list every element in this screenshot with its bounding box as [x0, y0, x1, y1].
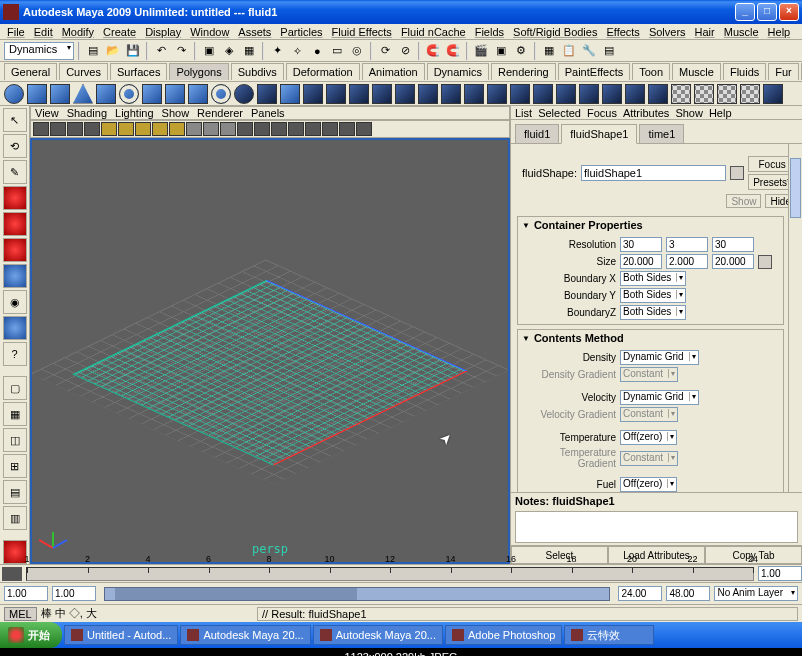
mirror-icon[interactable] — [533, 84, 553, 104]
rotate-tool[interactable] — [3, 212, 27, 236]
poly-soccer-icon[interactable] — [234, 84, 254, 104]
taskbar-item[interactable]: Untitled - Autod... — [64, 625, 178, 645]
new-scene-icon[interactable]: ▤ — [84, 42, 102, 60]
taskbar-item[interactable]: 云特效 — [564, 625, 654, 645]
undo-icon[interactable]: ↶ — [152, 42, 170, 60]
show-button[interactable]: Show — [726, 194, 761, 208]
shelf-tab-general[interactable]: General — [4, 63, 57, 80]
poly-cube-icon[interactable] — [27, 84, 47, 104]
uv-auto-icon[interactable] — [740, 84, 760, 104]
attr-menu-show[interactable]: Show — [675, 107, 703, 119]
extract-icon[interactable] — [349, 84, 369, 104]
shelf-tab-subdivs[interactable]: Subdivs — [231, 63, 284, 80]
time-track[interactable]: 124681012141618202224 — [26, 567, 754, 581]
snap-grid-icon[interactable]: ✦ — [268, 42, 286, 60]
select-node-button[interactable]: Select — [511, 546, 608, 564]
poly-plane-icon[interactable] — [96, 84, 116, 104]
size-y-field[interactable] — [666, 254, 708, 269]
save-scene-icon[interactable]: 💾 — [124, 42, 142, 60]
attr-menu-help[interactable]: Help — [709, 107, 732, 119]
vp-select-camera-icon[interactable] — [33, 122, 49, 136]
menu-hair[interactable]: Hair — [692, 26, 718, 38]
attr-scrollbar[interactable] — [788, 144, 802, 492]
density-select[interactable]: Dynamic Grid — [620, 350, 699, 365]
maximize-button[interactable]: □ — [757, 3, 777, 21]
notes-textarea[interactable] — [515, 511, 798, 543]
vp-grid-icon[interactable] — [322, 122, 338, 136]
avg-vertex-icon[interactable] — [418, 84, 438, 104]
resolution-y-field[interactable] — [666, 237, 708, 252]
channel-box-icon[interactable]: ▤ — [600, 42, 618, 60]
shelf-tab-fur[interactable]: Fur — [768, 63, 799, 80]
scale-tool[interactable] — [3, 238, 27, 262]
poly-prism-icon[interactable] — [142, 84, 162, 104]
graph-layout[interactable]: ▥ — [3, 506, 27, 530]
poly-sphere-icon[interactable] — [4, 84, 24, 104]
resolution-z-field[interactable] — [712, 237, 754, 252]
range-bar[interactable] — [104, 587, 610, 601]
range-end-field[interactable] — [666, 586, 710, 601]
menu-effects[interactable]: Effects — [603, 26, 642, 38]
attr-tab-fluidshape1[interactable]: fluidShape1 — [561, 124, 637, 144]
shelf-tab-painteffects[interactable]: PaintEffects — [558, 63, 631, 80]
tool-settings-icon[interactable]: 🔧 — [580, 42, 598, 60]
script-lang-label[interactable]: MEL — [4, 607, 37, 621]
playback-end-field[interactable] — [618, 586, 662, 601]
history-off-icon[interactable]: ⊘ — [396, 42, 414, 60]
vp-textured-icon[interactable] — [220, 122, 236, 136]
menu-window[interactable]: Window — [187, 26, 232, 38]
attr-tab-fluid1[interactable]: fluid1 — [515, 124, 559, 144]
container-properties-title[interactable]: Container Properties — [518, 217, 783, 233]
lasso-tool[interactable]: ⟲ — [3, 134, 27, 158]
vp-bookmark-icon[interactable] — [67, 122, 83, 136]
outliner-layout[interactable]: ▤ — [3, 480, 27, 504]
poly-torus-icon[interactable] — [119, 84, 139, 104]
uv-editor-icon[interactable] — [763, 84, 783, 104]
vp-isolate-icon[interactable] — [288, 122, 304, 136]
vp-safe-action-icon[interactable] — [152, 122, 168, 136]
vp-shadows-icon[interactable] — [254, 122, 270, 136]
menu-fluideffects[interactable]: Fluid Effects — [329, 26, 395, 38]
universal-manip-tool[interactable] — [3, 264, 27, 288]
booleans-icon[interactable] — [372, 84, 392, 104]
module-dropdown[interactable]: Dynamics — [4, 42, 74, 60]
magnet2-icon[interactable]: 🧲 — [444, 42, 462, 60]
shelf-tab-curves[interactable]: Curves — [59, 63, 108, 80]
contents-method-title[interactable]: Contents Method — [518, 330, 783, 346]
time-current-marker[interactable] — [2, 567, 22, 581]
collapse-icon[interactable] — [579, 84, 599, 104]
viewport-menu-panels[interactable]: Panels — [251, 107, 285, 119]
history-on-icon[interactable]: ⟳ — [376, 42, 394, 60]
menu-fields[interactable]: Fields — [472, 26, 507, 38]
vp-shaded-icon[interactable] — [203, 122, 219, 136]
render-settings-icon[interactable]: ⚙ — [512, 42, 530, 60]
viewport-menu-view[interactable]: View — [35, 107, 59, 119]
node-name-field[interactable] — [581, 165, 726, 181]
vp-twosided-icon[interactable] — [356, 122, 372, 136]
size-z-field[interactable] — [712, 254, 754, 269]
vp-light-icon[interactable] — [237, 122, 253, 136]
shelf-tab-toon[interactable]: Toon — [632, 63, 670, 80]
menu-display[interactable]: Display — [142, 26, 184, 38]
menu-edit[interactable]: Edit — [31, 26, 56, 38]
maya-icon[interactable] — [3, 540, 27, 564]
snap-plane-icon[interactable]: ▭ — [328, 42, 346, 60]
uv-sphere-icon[interactable] — [717, 84, 737, 104]
time-slider[interactable]: 124681012141618202224 — [0, 564, 802, 582]
three-pane-layout[interactable]: ⊞ — [3, 454, 27, 478]
uv-cyl-icon[interactable] — [694, 84, 714, 104]
vp-wireframe-icon[interactable] — [186, 122, 202, 136]
shelf-tab-fluids[interactable]: Fluids — [723, 63, 766, 80]
size-lock-icon[interactable] — [758, 255, 772, 269]
insert-edge-icon[interactable] — [625, 84, 645, 104]
playback-start-field[interactable] — [52, 586, 96, 601]
four-pane-layout[interactable]: ▦ — [3, 402, 27, 426]
viewport-menu-show[interactable]: Show — [162, 107, 190, 119]
menu-fluidncache[interactable]: Fluid nCache — [398, 26, 469, 38]
magnet-icon[interactable]: 🧲 — [424, 42, 442, 60]
current-frame-field[interactable] — [758, 566, 802, 581]
vp-film-gate-icon[interactable] — [101, 122, 117, 136]
vp-resolution-gate-icon[interactable] — [118, 122, 134, 136]
attr-menu-focus[interactable]: Focus — [587, 107, 617, 119]
poly-cone-icon[interactable] — [73, 84, 93, 104]
